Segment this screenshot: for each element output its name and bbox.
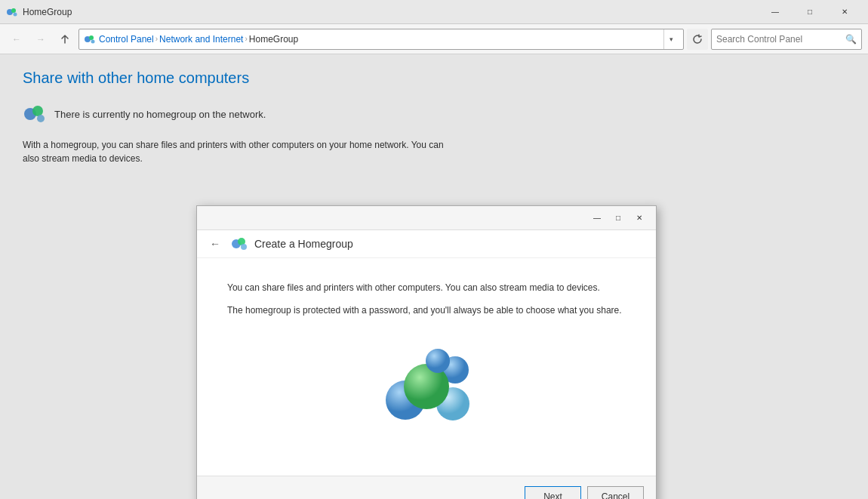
- cancel-button[interactable]: Cancel: [587, 486, 644, 500]
- address-dropdown-button[interactable]: ▾: [663, 29, 679, 49]
- svg-point-16: [426, 349, 450, 373]
- refresh-button[interactable]: [687, 29, 708, 50]
- dialog-overlay: — □ ✕ ← Create a Homegroup You ca: [0, 54, 868, 499]
- maximize-button[interactable]: □: [793, 0, 827, 24]
- homegroup-illustration: [366, 332, 487, 430]
- breadcrumb-item-homegroup: HomeGroup: [249, 34, 298, 45]
- up-button[interactable]: [54, 29, 75, 50]
- dialog-maximize-button[interactable]: □: [608, 209, 629, 227]
- dialog-footer: Next Cancel: [197, 476, 656, 499]
- forward-button[interactable]: →: [30, 29, 51, 50]
- dialog-title-icon: [230, 235, 248, 253]
- refresh-icon: [692, 34, 703, 45]
- breadcrumb-item-network[interactable]: Network and Internet: [159, 34, 243, 45]
- breadcrumb-sep-2: ›: [245, 35, 247, 43]
- svg-point-2: [14, 12, 17, 16]
- breadcrumb-sep-1: ›: [155, 35, 158, 43]
- close-button[interactable]: ✕: [827, 0, 862, 24]
- dialog-back-button[interactable]: ←: [206, 235, 224, 253]
- svg-point-5: [91, 39, 95, 43]
- minimize-button[interactable]: —: [758, 0, 793, 24]
- dialog-title-label: Create a Homegroup: [254, 238, 353, 250]
- dialog-illustration: [227, 317, 626, 453]
- dialog-description-1: You can share files and printers with ot…: [227, 281, 626, 294]
- app-icon: [6, 6, 18, 18]
- svg-point-1: [11, 8, 16, 13]
- dialog-nav-bar: ← Create a Homegroup: [197, 230, 656, 258]
- dialog-body: You can share files and printers with ot…: [197, 258, 656, 476]
- dialog-close-button[interactable]: ✕: [629, 209, 650, 227]
- svg-point-11: [241, 244, 247, 250]
- window-controls: — □ ✕: [758, 0, 862, 24]
- search-icon[interactable]: 🔍: [845, 34, 857, 45]
- title-bar: HomeGroup — □ ✕: [0, 0, 868, 24]
- up-icon: [60, 34, 70, 45]
- content-area: Share with other home computers There is…: [0, 54, 868, 499]
- navigation-bar: ← → Control Panel › Network and Internet…: [0, 24, 868, 54]
- svg-point-4: [89, 35, 94, 40]
- search-input[interactable]: [716, 34, 842, 45]
- dialog-description-2: The homegroup is protected with a passwo…: [227, 303, 626, 317]
- breadcrumb: Control Panel › Network and Internet › H…: [99, 34, 660, 45]
- search-bar[interactable]: 🔍: [711, 29, 862, 50]
- main-window: HomeGroup — □ ✕ ← → Control Panel ›: [0, 0, 868, 499]
- breadcrumb-item-control-panel[interactable]: Control Panel: [99, 34, 154, 45]
- dialog-minimize-button[interactable]: —: [586, 209, 608, 227]
- dialog-title-bar: — □ ✕: [197, 206, 656, 230]
- create-homegroup-dialog: — □ ✕ ← Create a Homegroup You ca: [196, 205, 657, 499]
- breadcrumb-icon: [84, 33, 96, 45]
- back-button[interactable]: ←: [6, 29, 27, 50]
- window-title: HomeGroup: [23, 7, 758, 17]
- address-bar[interactable]: Control Panel › Network and Internet › H…: [78, 29, 684, 50]
- next-button[interactable]: Next: [525, 486, 581, 500]
